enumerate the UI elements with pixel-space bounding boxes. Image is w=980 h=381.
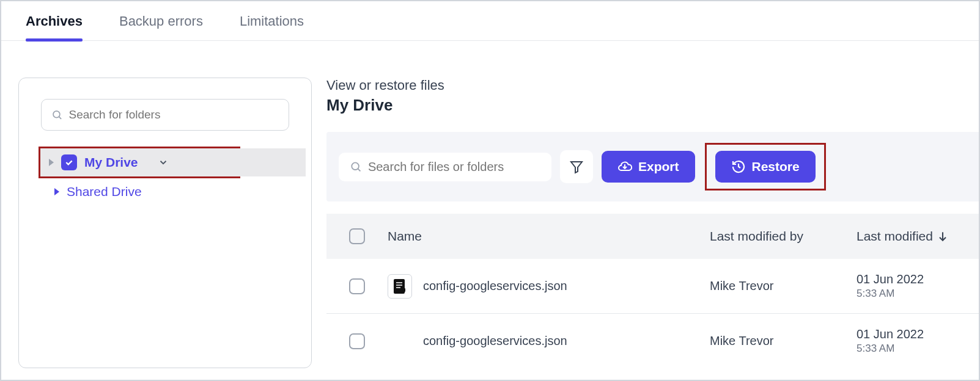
folder-sidebar: My Drive Shared Drive — [18, 78, 312, 368]
column-modified[interactable]: Last modified — [857, 229, 979, 244]
highlight-my-drive: My Drive — [39, 147, 240, 178]
modified-by: Mike Trevor — [710, 279, 857, 293]
filter-icon — [569, 159, 584, 174]
table-row[interactable]: config-googleservices.json Mike Trevor 0… — [326, 314, 979, 368]
chevron-down-icon[interactable] — [158, 157, 169, 168]
restore-button[interactable]: Restore — [715, 151, 816, 183]
export-button[interactable]: Export — [602, 151, 695, 183]
toolbar: Export Restore — [326, 132, 979, 201]
export-label: Export — [638, 159, 679, 174]
search-icon — [350, 160, 362, 173]
modified-date: 01 Jun 2022 5:33 AM — [857, 272, 979, 300]
column-modified-by[interactable]: Last modified by — [710, 229, 857, 244]
modified-date: 01 Jun 2022 5:33 AM — [857, 327, 979, 355]
folder-search[interactable] — [41, 99, 289, 131]
page-title: My Drive — [326, 96, 979, 115]
folder-search-input[interactable] — [68, 108, 279, 122]
checkbox-checked-icon[interactable] — [61, 154, 77, 170]
file-table: Name Last modified by Last modified conf… — [326, 214, 979, 368]
svg-point-0 — [53, 111, 60, 118]
svg-line-3 — [358, 169, 361, 172]
file-search-input[interactable] — [368, 160, 540, 174]
table-header: Name Last modified by Last modified — [326, 214, 979, 259]
expand-caret-icon[interactable] — [54, 188, 59, 195]
cloud-download-icon — [617, 159, 632, 174]
file-icon — [388, 274, 412, 299]
column-name[interactable]: Name — [388, 229, 710, 244]
sidebar-item-my-drive[interactable]: My Drive — [40, 148, 306, 176]
view-label: View or restore files — [326, 78, 979, 93]
tab-limitations[interactable]: Limitations — [240, 13, 304, 40]
file-name: config-googleservices.json — [423, 279, 567, 293]
tabs-bar: Archives Backup errors Limitations — [1, 1, 979, 41]
tab-archives[interactable]: Archives — [26, 13, 83, 40]
expand-caret-icon[interactable] — [49, 159, 54, 166]
file-name: config-googleservices.json — [423, 334, 567, 348]
file-search[interactable] — [339, 153, 551, 181]
restore-label: Restore — [752, 159, 800, 174]
tab-backup-errors[interactable]: Backup errors — [119, 13, 203, 40]
modified-by: Mike Trevor — [710, 334, 857, 348]
sidebar-item-label: My Drive — [84, 155, 138, 170]
table-row[interactable]: config-googleservices.json Mike Trevor 0… — [326, 259, 979, 314]
sidebar-item-shared-drive[interactable]: Shared Drive — [46, 181, 311, 203]
content-area: View or restore files My Drive Export Re… — [326, 41, 979, 368]
sidebar-item-label: Shared Drive — [67, 184, 142, 199]
search-icon — [51, 109, 62, 121]
filter-button[interactable] — [560, 150, 593, 183]
highlight-restore: Restore — [705, 143, 826, 191]
svg-line-1 — [59, 117, 61, 118]
select-all-checkbox[interactable] — [349, 228, 365, 244]
row-checkbox[interactable] — [349, 278, 365, 294]
row-checkbox[interactable] — [349, 333, 365, 349]
arrow-down-icon — [937, 230, 949, 242]
restore-icon — [731, 159, 746, 174]
svg-point-2 — [352, 162, 359, 170]
svg-rect-6 — [394, 279, 405, 294]
svg-marker-4 — [571, 162, 582, 173]
